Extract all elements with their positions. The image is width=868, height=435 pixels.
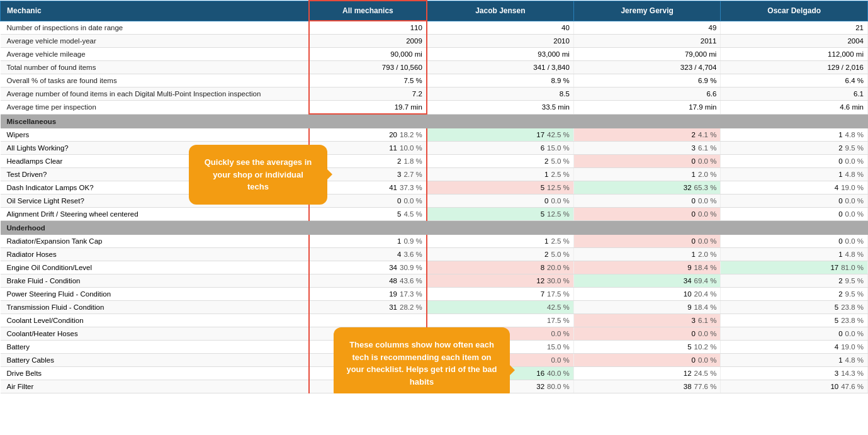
jacob-cell: 1742.5 %: [427, 128, 574, 142]
oscar-value: 21: [721, 21, 868, 35]
all-mechanics-cell: 43.6 %: [309, 248, 427, 261]
all-mechanics-value: 2009: [309, 35, 427, 48]
jeremy-cell: 1224.5 %: [573, 367, 721, 380]
all-mechanics-value: 19.7 min: [309, 101, 427, 115]
jacob-value: 8.9 %: [427, 74, 574, 88]
row-label: Coolant Level/Condition: [1, 314, 309, 327]
tooltip-shop-averages: Quickly see the averages in your shop or…: [189, 145, 327, 205]
all-mechanics-cell: 4843.6 %: [309, 274, 427, 288]
jeremy-value: 323 / 4,704: [573, 61, 721, 74]
jacob-cell: 25.0 %: [427, 155, 574, 168]
all-mechanics-cell: 3430.9 %: [309, 261, 427, 274]
row-label: Brake Fluid - Condition: [1, 274, 309, 288]
oscar-cell: 523.8 %: [721, 301, 868, 314]
oscar-value: 129 / 2,016: [721, 61, 868, 74]
jacob-cell: 42.5 %: [427, 301, 574, 314]
oscar-value: 6.4 %: [721, 74, 868, 88]
jeremy-cell: 36.1 %: [573, 142, 721, 155]
jeremy-cell: 12.0 %: [573, 248, 721, 261]
jeremy-cell: 12.0 %: [573, 168, 721, 181]
oscar-cell: 00.0 %: [721, 327, 868, 341]
oscar-cell: 1047.6 %: [721, 380, 868, 393]
jeremy-cell: 00.0 %: [573, 235, 721, 248]
jeremy-cell: 00.0 %: [573, 327, 721, 341]
oscar-cell: 314.3 %: [721, 367, 868, 380]
oscar-cell: 523.8 %: [721, 314, 868, 327]
oscar-value: 6.1: [721, 88, 868, 101]
all-mechanics-header: All mechanics: [309, 1, 427, 21]
section-header: Miscellaneous: [1, 114, 868, 128]
oscar-cell: 00.0 %: [721, 155, 868, 168]
jacob-cell: 1230.0 %: [427, 274, 574, 288]
jeremy-cell: 36.1 %: [573, 314, 721, 327]
summary-row-label: Overall % of tasks are found items: [1, 74, 309, 88]
oscar-cell: 14.8 %: [721, 354, 868, 367]
jacob-cell: 12.5 %: [427, 168, 574, 181]
jacob-cell: 00.0 %: [427, 195, 574, 208]
row-label: Transmission Fluid - Condition: [1, 301, 309, 314]
mechanic-header: Mechanic: [1, 1, 309, 21]
jeremy-cell: 00.0 %: [573, 195, 721, 208]
jeremy-cell: 3877.6 %: [573, 380, 721, 393]
oscar-cell: 419.0 %: [721, 341, 868, 354]
row-label: Engine Oil Condition/Level: [1, 261, 309, 274]
summary-row-label: Average time per inspection: [1, 101, 309, 115]
row-label: Alignment Drift / Steering wheel centere…: [1, 208, 309, 221]
all-mechanics-cell: 1917.3 %: [309, 288, 427, 301]
jeremy-cell: 00.0 %: [573, 155, 721, 168]
jeremy-value: 6.6: [573, 88, 721, 101]
main-container: Mechanic All mechanics Jacob Jensen Jere…: [0, 0, 868, 393]
oscar-cell: 14.8 %: [721, 248, 868, 261]
jacob-cell: 820.0 %: [427, 261, 574, 274]
jeremy-cell: 918.4 %: [573, 261, 721, 274]
all-mechanics-cell: [309, 314, 427, 327]
oscar-cell: 29.5 %: [721, 288, 868, 301]
jacob-value: 40: [427, 21, 574, 35]
jeremy-value: 49: [573, 21, 721, 35]
all-mechanics-cell: 54.5 %: [309, 208, 427, 221]
all-mechanics-cell: 3128.2 %: [309, 301, 427, 314]
all-mechanics-value: 7.5 %: [309, 74, 427, 88]
jeremy-cell: 3469.4 %: [573, 274, 721, 288]
row-label: Drive Belts: [1, 367, 309, 380]
oscar-cell: 00.0 %: [721, 208, 868, 221]
row-label: Wipers: [1, 128, 309, 142]
jeremy-value: 6.9 %: [573, 74, 721, 88]
jacob-cell: 25.0 %: [427, 248, 574, 261]
jeremy-cell: 510.2 %: [573, 341, 721, 354]
oscar-cell: 1781.0 %: [721, 261, 868, 274]
oscar-cell: 00.0 %: [721, 195, 868, 208]
summary-row-label: Total number of found items: [1, 61, 309, 74]
all-mechanics-value: 90,000 mi: [309, 48, 427, 61]
jacob-jensen-header: Jacob Jensen: [427, 1, 574, 21]
jeremy-value: 17.9 min: [573, 101, 721, 115]
oscar-delgado-header: Oscar Delgado: [721, 1, 868, 21]
jacob-cell: 512.5 %: [427, 181, 574, 195]
jacob-cell: 717.5 %: [427, 288, 574, 301]
jeremy-value: 2011: [573, 35, 721, 48]
jeremy-cell: 1020.4 %: [573, 288, 721, 301]
summary-row-label: Average number of found items in each Di…: [1, 88, 309, 101]
jeremy-cell: 3265.3 %: [573, 181, 721, 195]
jacob-value: 33.5 min: [427, 101, 574, 115]
row-label: Battery Cables: [1, 354, 309, 367]
jeremy-cell: 24.1 %: [573, 128, 721, 142]
summary-row-label: Number of inspections in date range: [1, 21, 309, 35]
row-label: Radiator/Expansion Tank Cap: [1, 235, 309, 248]
all-mechanics-value: 110: [309, 21, 427, 35]
oscar-cell: 14.8 %: [721, 168, 868, 181]
jacob-value: 8.5: [427, 88, 574, 101]
jeremy-gervig-header: Jeremy Gervig: [573, 1, 721, 21]
oscar-cell: 419.0 %: [721, 181, 868, 195]
summary-row-label: Average vehicle mileage: [1, 48, 309, 61]
jeremy-cell: 00.0 %: [573, 354, 721, 367]
all-mechanics-value: 793 / 10,560: [309, 61, 427, 74]
row-label: Power Steering Fluid - Condition: [1, 288, 309, 301]
oscar-value: 112,000 mi: [721, 48, 868, 61]
row-label: Radiator Hoses: [1, 248, 309, 261]
jacob-value: 341 / 3,840: [427, 61, 574, 74]
jeremy-cell: 00.0 %: [573, 208, 721, 221]
all-mechanics-cell: 2018.2 %: [309, 128, 427, 142]
jacob-value: 2010: [427, 35, 574, 48]
oscar-cell: 29.5 %: [721, 274, 868, 288]
